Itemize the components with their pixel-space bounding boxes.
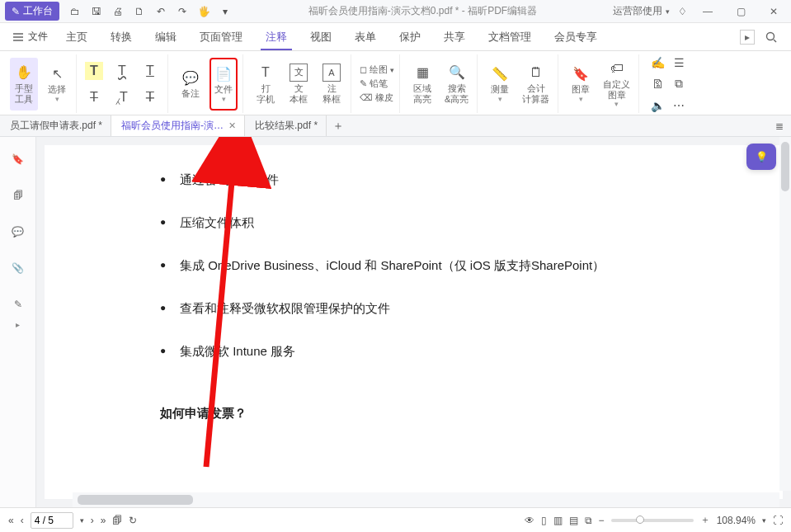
callout-button[interactable]: A 注 释框: [318, 58, 346, 111]
textbox-button[interactable]: 文 文 本框: [285, 58, 313, 111]
add-tab-button[interactable]: ＋: [327, 115, 350, 136]
horizontal-scrollbar[interactable]: [73, 492, 779, 507]
comments-icon[interactable]: 💬: [9, 223, 27, 241]
menu-home[interactable]: 主页: [54, 23, 99, 50]
last-page-icon[interactable]: »: [101, 515, 106, 526]
area-highlight-button[interactable]: ▦ 区域 高亮: [408, 58, 436, 111]
print-icon[interactable]: 🖨: [111, 4, 125, 19]
replace-icon[interactable]: T̶: [141, 88, 159, 106]
custom-stamp-button[interactable]: 🏷 自定义 图章 ▾: [600, 58, 633, 111]
expand-rail-icon[interactable]: ▸: [16, 320, 20, 329]
menu-doc-manage[interactable]: 文档管理: [477, 23, 543, 50]
menu-member[interactable]: 会员专享: [543, 23, 609, 50]
underline-icon[interactable]: T: [141, 62, 159, 80]
zoom-slider[interactable]: [611, 519, 694, 522]
zoom-knob[interactable]: [636, 516, 644, 524]
open-icon[interactable]: 🗀: [68, 4, 82, 19]
sound-annot-icon[interactable]: 🔈: [647, 96, 667, 115]
scroll-thumb[interactable]: [781, 142, 789, 191]
page-viewport[interactable]: 通过密码保护文件 压缩文件体积 集成 OneDrive Business、iCl…: [36, 137, 791, 507]
account-badge[interactable]: 运营部使用 ▾: [613, 4, 670, 18]
measure-button[interactable]: 📏 测量 ▾: [486, 58, 514, 111]
highlight-icon[interactable]: T: [85, 62, 103, 80]
redo-icon[interactable]: ↷: [175, 4, 190, 19]
typewriter-button[interactable]: T 打 字机: [252, 58, 280, 111]
manage-comments-icon[interactable]: ☰: [669, 53, 689, 73]
menu-edit[interactable]: 编辑: [144, 23, 188, 50]
signature-icon[interactable]: ✍: [647, 53, 667, 73]
next-page-icon[interactable]: ›: [91, 515, 94, 526]
dropdown-icon[interactable]: ▾: [218, 4, 233, 19]
search-highlight-button[interactable]: 🔍 搜索 &高亮: [441, 58, 472, 111]
hand-tool-button[interactable]: ✋ 手型 工具: [10, 58, 38, 111]
menu-convert[interactable]: 转换: [99, 23, 144, 50]
read-mode-icon[interactable]: 👁: [525, 515, 534, 526]
more-menu-icon[interactable]: ▸: [740, 30, 755, 45]
doc-tab-3[interactable]: 比较结果.pdf *: [245, 115, 327, 136]
save-icon[interactable]: 🖫: [89, 4, 104, 19]
menu-annotate[interactable]: 注释: [254, 23, 299, 50]
rotate-icon[interactable]: ↻: [129, 515, 137, 526]
scroll-thumb[interactable]: [78, 495, 193, 505]
strikeout-icon[interactable]: T: [85, 88, 103, 106]
link-icon[interactable]: ⋯: [669, 96, 689, 115]
squiggle-icon[interactable]: T: [113, 62, 131, 80]
minimize-button[interactable]: —: [695, 3, 720, 20]
page-dropdown-icon[interactable]: ▾: [80, 516, 84, 525]
fullscreen-icon[interactable]: ⛶: [773, 515, 783, 526]
zoom-dropdown-icon[interactable]: ▾: [762, 516, 766, 525]
image-annot-icon[interactable]: 🖻: [647, 74, 667, 94]
single-page-icon[interactable]: ▯: [541, 515, 547, 526]
bookmark-icon[interactable]: 🔖: [9, 150, 27, 168]
menu-protect[interactable]: 保护: [388, 23, 432, 50]
pencil-button[interactable]: ✎铅笔: [360, 78, 394, 90]
two-page-icon[interactable]: ▤: [569, 515, 578, 526]
caret-insert-icon[interactable]: ⁁T: [113, 88, 131, 106]
close-tab-icon[interactable]: ✕: [228, 120, 236, 131]
zoom-in-icon[interactable]: ＋: [700, 513, 710, 527]
drawing-button[interactable]: ◻绘图▾: [360, 64, 394, 76]
ribbon-group-measure: 📏 测量 ▾ 🗒 会计 计算器: [481, 54, 558, 113]
zoom-label: 108.94%: [717, 515, 756, 526]
maximize-button[interactable]: ▢: [728, 3, 753, 20]
search-icon[interactable]: [763, 29, 779, 45]
file-menu-label: 文件: [28, 30, 48, 44]
pages-icon[interactable]: 🗐: [9, 186, 27, 205]
new-icon[interactable]: 🗋: [132, 4, 147, 19]
select-button[interactable]: ↖ 选择 ▾: [43, 58, 71, 111]
prev-page-icon[interactable]: ‹: [21, 515, 24, 526]
summary-icon[interactable]: ⧉: [669, 74, 689, 94]
ribbon-group-misc: ✍ ☰ 🖻 ⧉ 🔈 ⋯: [643, 54, 694, 113]
skin-icon[interactable]: ♢: [678, 6, 687, 17]
calculator-button[interactable]: 🗒 会计 计算器: [519, 58, 553, 111]
undo-icon[interactable]: ↶: [153, 4, 168, 19]
scroll-icon[interactable]: 🖐: [196, 4, 211, 19]
workbench-button[interactable]: ✎ 工作台: [5, 2, 59, 21]
vertical-scrollbar[interactable]: [779, 137, 791, 491]
close-button[interactable]: ✕: [761, 3, 786, 20]
page-number-input[interactable]: [31, 512, 73, 529]
cursor-icon: ↖: [48, 64, 66, 82]
menu-form[interactable]: 表单: [343, 23, 388, 50]
menu-page-manage[interactable]: 页面管理: [188, 23, 254, 50]
note-button[interactable]: 💬 备注: [177, 58, 205, 111]
reflow-icon[interactable]: 🗐: [112, 515, 122, 526]
tab-list-button[interactable]: ≣: [768, 115, 791, 136]
search-highlight-icon: 🔍: [448, 64, 466, 82]
zoom-out-icon[interactable]: −: [599, 515, 605, 526]
doc-tab-1[interactable]: 员工请假申请表.pdf *: [0, 115, 111, 136]
doc-tab-2[interactable]: 福昕会员使用指南-演… ✕: [111, 115, 245, 136]
titlebar-right: 运营部使用 ▾ ♢ — ▢ ✕: [613, 3, 786, 20]
attachments-icon[interactable]: 📎: [9, 259, 27, 277]
eraser-button[interactable]: ⌫橡皮: [360, 92, 394, 104]
continuous-icon[interactable]: ▥: [553, 515, 563, 526]
menu-share[interactable]: 共享: [432, 23, 477, 50]
first-page-icon[interactable]: «: [8, 515, 14, 526]
file-menu[interactable]: 文件: [5, 23, 54, 50]
file-attach-button[interactable]: 📄 文件 ▾: [210, 58, 238, 111]
stamp-button[interactable]: 🔖 图章 ▾: [567, 58, 595, 111]
signatures-icon[interactable]: ✎: [9, 295, 27, 313]
help-bulb-button[interactable]: 💡: [746, 144, 776, 170]
menu-view[interactable]: 视图: [299, 23, 343, 50]
cover-page-icon[interactable]: ⧉: [585, 515, 592, 526]
